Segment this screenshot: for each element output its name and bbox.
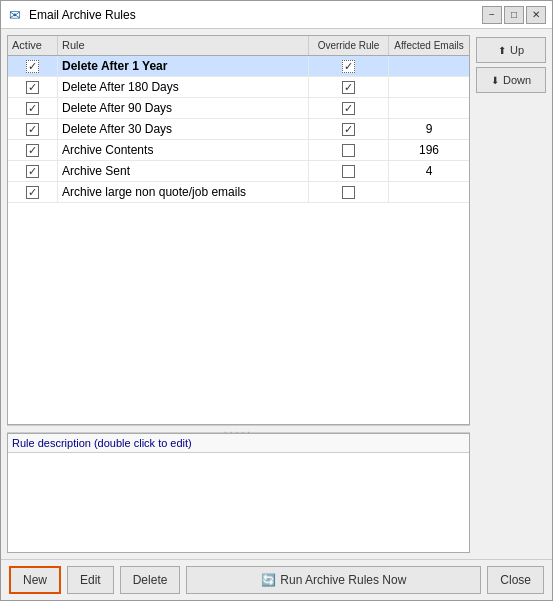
active-checkbox-3[interactable] bbox=[26, 123, 39, 136]
override-checkbox-3[interactable] bbox=[342, 123, 355, 136]
rule-cell-3: Delete After 30 Days bbox=[58, 119, 309, 139]
down-button[interactable]: ⬇ Down bbox=[476, 67, 546, 93]
title-bar: ✉ Email Archive Rules − □ ✕ bbox=[1, 1, 552, 29]
new-button[interactable]: New bbox=[9, 566, 61, 594]
affected-cell-6 bbox=[389, 182, 469, 202]
footer: New Edit Delete 🔄 Run Archive Rules Now … bbox=[1, 559, 552, 600]
run-label: Run Archive Rules Now bbox=[280, 573, 406, 587]
affected-cell-3: 9 bbox=[389, 119, 469, 139]
active-checkbox-2[interactable] bbox=[26, 102, 39, 115]
override-checkbox-4[interactable] bbox=[342, 144, 355, 157]
up-button[interactable]: ⬆ Up bbox=[476, 37, 546, 63]
affected-cell-0 bbox=[389, 56, 469, 76]
rule-cell-0: Delete After 1 Year bbox=[58, 56, 309, 76]
active-checkbox-1[interactable] bbox=[26, 81, 39, 94]
col-active: Active bbox=[8, 36, 58, 55]
override-cell-2 bbox=[309, 98, 389, 118]
maximize-button[interactable]: □ bbox=[504, 6, 524, 24]
description-area: Rule description (double click to edit) bbox=[7, 433, 470, 553]
table-row[interactable]: Delete After 30 Days 9 bbox=[8, 119, 469, 140]
app-icon: ✉ bbox=[7, 7, 23, 23]
col-override: Override Rule bbox=[309, 36, 389, 55]
override-checkbox-5[interactable] bbox=[342, 165, 355, 178]
col-rule: Rule bbox=[58, 36, 309, 55]
run-icon: 🔄 bbox=[261, 573, 276, 587]
table-row[interactable]: Delete After 90 Days bbox=[8, 98, 469, 119]
override-cell-4 bbox=[309, 140, 389, 160]
delete-button[interactable]: Delete bbox=[120, 566, 181, 594]
override-checkbox-2[interactable] bbox=[342, 102, 355, 115]
active-checkbox-0[interactable] bbox=[26, 60, 39, 73]
table-header: Active Rule Override Rule Affected Email… bbox=[8, 36, 469, 56]
override-cell-0 bbox=[309, 56, 389, 76]
close-button[interactable]: ✕ bbox=[526, 6, 546, 24]
table-row[interactable]: Archive Contents 196 bbox=[8, 140, 469, 161]
edit-button[interactable]: Edit bbox=[67, 566, 114, 594]
description-content[interactable] bbox=[8, 453, 469, 461]
active-checkbox-6[interactable] bbox=[26, 186, 39, 199]
rules-table: Active Rule Override Rule Affected Email… bbox=[7, 35, 470, 425]
col-affected: Affected Emails bbox=[389, 36, 469, 55]
up-arrow-icon: ⬆ bbox=[498, 45, 506, 56]
affected-cell-5: 4 bbox=[389, 161, 469, 181]
active-cell-3 bbox=[8, 119, 58, 139]
table-row[interactable]: Archive Sent 4 bbox=[8, 161, 469, 182]
active-checkbox-4[interactable] bbox=[26, 144, 39, 157]
override-cell-6 bbox=[309, 182, 389, 202]
override-checkbox-1[interactable] bbox=[342, 81, 355, 94]
active-cell-0 bbox=[8, 56, 58, 76]
main-panel: Active Rule Override Rule Affected Email… bbox=[7, 35, 470, 553]
active-cell-6 bbox=[8, 182, 58, 202]
active-cell-4 bbox=[8, 140, 58, 160]
rule-cell-5: Archive Sent bbox=[58, 161, 309, 181]
down-label: Down bbox=[503, 74, 531, 86]
override-cell-3 bbox=[309, 119, 389, 139]
rule-cell-4: Archive Contents bbox=[58, 140, 309, 160]
rule-cell-1: Delete After 180 Days bbox=[58, 77, 309, 97]
active-cell-1 bbox=[8, 77, 58, 97]
table-row[interactable]: Archive large non quote/job emails bbox=[8, 182, 469, 203]
override-cell-1 bbox=[309, 77, 389, 97]
rule-cell-6: Archive large non quote/job emails bbox=[58, 182, 309, 202]
splitter[interactable]: ..... bbox=[7, 425, 470, 433]
down-arrow-icon: ⬇ bbox=[491, 75, 499, 86]
minimize-button[interactable]: − bbox=[482, 6, 502, 24]
override-checkbox-0[interactable] bbox=[342, 60, 355, 73]
override-checkbox-6[interactable] bbox=[342, 186, 355, 199]
run-button[interactable]: 🔄 Run Archive Rules Now bbox=[186, 566, 481, 594]
close-button[interactable]: Close bbox=[487, 566, 544, 594]
table-row[interactable]: Delete After 1 Year bbox=[8, 56, 469, 77]
affected-cell-2 bbox=[389, 98, 469, 118]
active-cell-5 bbox=[8, 161, 58, 181]
override-cell-5 bbox=[309, 161, 389, 181]
window-controls: − □ ✕ bbox=[482, 6, 546, 24]
table-row[interactable]: Delete After 180 Days bbox=[8, 77, 469, 98]
affected-cell-1 bbox=[389, 77, 469, 97]
description-label[interactable]: Rule description (double click to edit) bbox=[8, 434, 469, 453]
main-window: ✉ Email Archive Rules − □ ✕ Active Rule … bbox=[0, 0, 553, 601]
active-checkbox-5[interactable] bbox=[26, 165, 39, 178]
content-area: Active Rule Override Rule Affected Email… bbox=[1, 29, 552, 559]
affected-cell-4: 196 bbox=[389, 140, 469, 160]
side-panel: ⬆ Up ⬇ Down bbox=[476, 35, 546, 553]
up-label: Up bbox=[510, 44, 524, 56]
rule-cell-2: Delete After 90 Days bbox=[58, 98, 309, 118]
table-body: Delete After 1 Year Delete After 180 Day… bbox=[8, 56, 469, 424]
active-cell-2 bbox=[8, 98, 58, 118]
window-title: Email Archive Rules bbox=[29, 8, 482, 22]
